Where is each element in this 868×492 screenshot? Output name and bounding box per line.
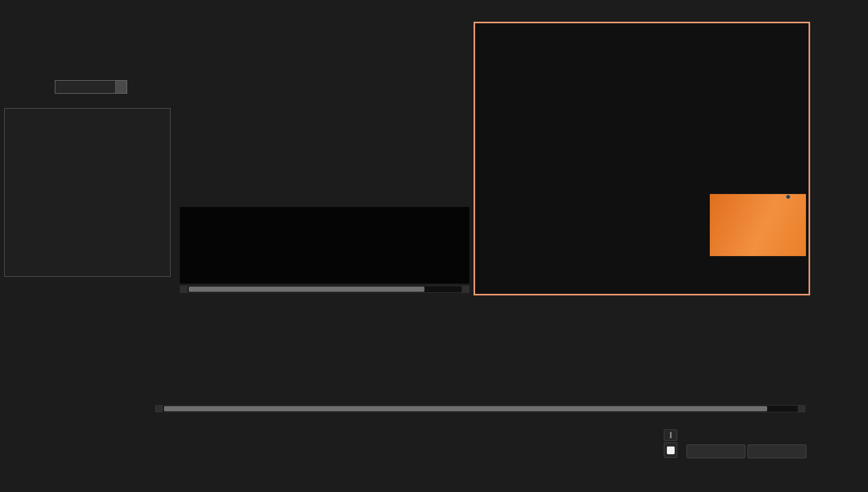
next-button[interactable] [748,444,806,458]
patch-toolbar [0,429,663,459]
de-formula-row [50,80,127,94]
scroll-right-icon[interactable] [462,286,469,292]
scrollbar-track[interactable] [163,406,798,412]
de-formula-dropdown[interactable] [55,80,127,94]
scroll-right-icon[interactable] [798,406,805,412]
scrollbar-thumb[interactable] [189,287,424,292]
swatch-strip-axis [180,207,188,284]
swatch-comparison-strip [180,207,469,284]
measured-point-dot [786,195,790,199]
splitter-icon [670,432,672,438]
cie-inset-zoom [710,194,806,256]
deltae-bar-chart [4,108,171,277]
playback-controls [664,428,815,460]
pattern-window-button[interactable] [664,442,677,458]
colorchecker-app [0,0,868,492]
swatch-strip-scrollbar[interactable] [180,286,469,293]
cie-diagram-panel [474,22,810,295]
deltae-x-axis [4,279,171,286]
table-scrollbar[interactable] [155,405,805,412]
measurement-table [155,303,805,404]
pattern-splitter-button[interactable] [664,429,677,441]
back-button[interactable] [687,444,745,458]
navigation-row [687,444,806,458]
pattern-buttons-column [664,429,677,459]
scroll-left-icon[interactable] [156,406,163,412]
white-square-icon [667,446,675,454]
chevron-down-icon[interactable] [115,81,127,93]
de-formula-value [55,81,115,93]
target-label [180,238,188,268]
actual-label [180,209,188,238]
scrollbar-track[interactable] [188,286,462,292]
scroll-left-icon[interactable] [180,286,188,292]
description [12,47,180,57]
scrollbar-thumb[interactable] [164,406,767,411]
